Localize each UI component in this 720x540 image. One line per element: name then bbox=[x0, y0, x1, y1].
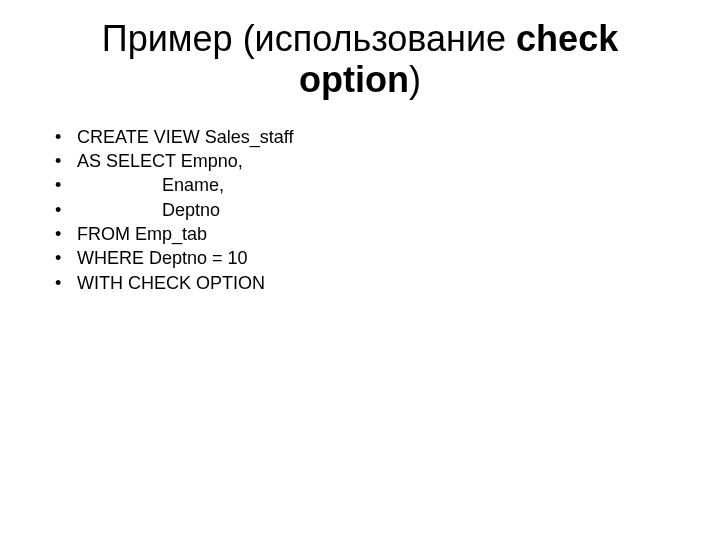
list-item: WITH CHECK OPTION bbox=[55, 271, 680, 295]
title-text-plain: Пример (использование bbox=[102, 18, 516, 59]
list-item: FROM Emp_tab bbox=[55, 222, 680, 246]
list-item: Deptno bbox=[55, 198, 680, 222]
list-item: CREATE VIEW Sales_staff bbox=[55, 125, 680, 149]
page-title: Пример (использование check option) bbox=[40, 18, 680, 101]
bullet-list: CREATE VIEW Sales_staff AS SELECT Empno,… bbox=[40, 125, 680, 295]
slide-container: Пример (использование check option) CREA… bbox=[0, 0, 720, 540]
title-text-close: ) bbox=[409, 59, 421, 100]
list-item: AS SELECT Empno, bbox=[55, 149, 680, 173]
list-item: Ename, bbox=[55, 173, 680, 197]
list-item: WHERE Deptno = 10 bbox=[55, 246, 680, 270]
